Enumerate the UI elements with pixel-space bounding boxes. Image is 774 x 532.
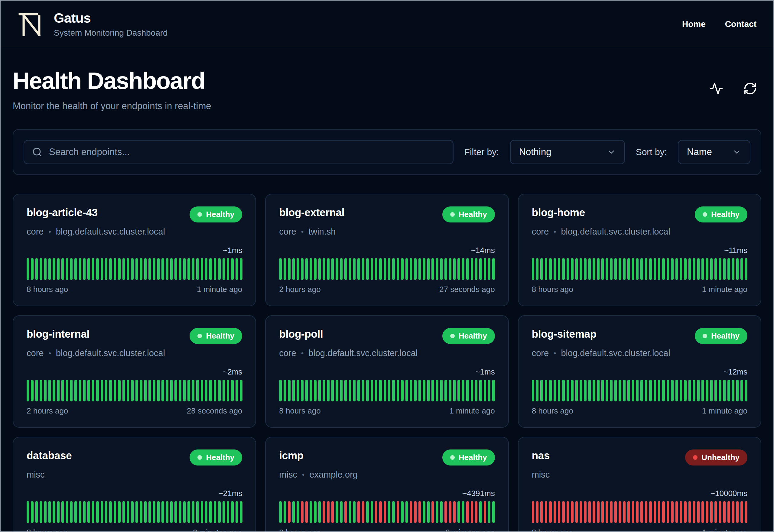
uptime-bar[interactable] (654, 258, 656, 280)
uptime-bar[interactable] (471, 380, 473, 401)
uptime-bar[interactable] (118, 258, 120, 280)
uptime-bar[interactable] (331, 258, 334, 280)
uptime-bar[interactable] (397, 258, 399, 280)
uptime-bar[interactable] (597, 380, 600, 401)
uptime-bar[interactable] (466, 501, 469, 523)
uptime-bar[interactable] (680, 501, 682, 523)
uptime-bar[interactable] (588, 501, 591, 523)
uptime-bar[interactable] (575, 501, 578, 523)
uptime-bar[interactable] (606, 380, 608, 401)
refresh-icon[interactable] (743, 82, 757, 96)
uptime-bar[interactable] (545, 380, 547, 401)
uptime-bar[interactable] (649, 501, 652, 523)
uptime-bar[interactable] (471, 501, 473, 523)
uptime-bar[interactable] (554, 258, 556, 280)
endpoint-card[interactable]: nas Unhealthy misc ~10000ms 8 hours ago … (518, 437, 761, 531)
uptime-bar[interactable] (405, 258, 408, 280)
uptime-bar[interactable] (74, 380, 77, 401)
endpoint-card[interactable]: blog-home Healthy core • blog.default.sv… (518, 194, 761, 306)
uptime-bar[interactable] (209, 380, 212, 401)
uptime-bar[interactable] (571, 501, 573, 523)
uptime-bar[interactable] (161, 258, 164, 280)
uptime-bar[interactable] (401, 380, 403, 401)
uptime-bar[interactable] (92, 258, 94, 280)
uptime-bar[interactable] (449, 258, 451, 280)
uptime-bar[interactable] (662, 258, 665, 280)
uptime-bar[interactable] (584, 380, 586, 401)
uptime-bar[interactable] (710, 501, 713, 523)
uptime-bar[interactable] (710, 258, 713, 280)
uptime-bar[interactable] (492, 380, 495, 401)
activity-icon[interactable] (709, 82, 723, 96)
uptime-bar[interactable] (627, 380, 630, 401)
uptime-bar[interactable] (227, 501, 229, 523)
uptime-bar[interactable] (157, 258, 160, 280)
uptime-bar[interactable] (161, 501, 164, 523)
endpoint-card[interactable]: icmp Healthy misc • example.org ~4391ms … (265, 437, 509, 531)
uptime-bar[interactable] (427, 258, 430, 280)
uptime-bar[interactable] (719, 380, 721, 401)
uptime-bar[interactable] (179, 380, 181, 401)
uptime-bar[interactable] (161, 380, 164, 401)
uptime-bar[interactable] (70, 380, 73, 401)
uptime-bar[interactable] (31, 258, 33, 280)
uptime-bar[interactable] (697, 258, 700, 280)
uptime-bar[interactable] (131, 380, 133, 401)
uptime-bar[interactable] (279, 380, 281, 401)
uptime-bar[interactable] (83, 380, 86, 401)
uptime-bar[interactable] (170, 380, 173, 401)
uptime-bar[interactable] (658, 258, 660, 280)
uptime-bar[interactable] (567, 501, 569, 523)
uptime-bar[interactable] (366, 380, 369, 401)
uptime-bar[interactable] (166, 258, 168, 280)
uptime-bar[interactable] (614, 501, 617, 523)
uptime-bar[interactable] (61, 380, 64, 401)
uptime-bar[interactable] (170, 258, 173, 280)
uptime-bar[interactable] (96, 258, 99, 280)
uptime-bar[interactable] (240, 501, 242, 523)
uptime-bar[interactable] (453, 501, 456, 523)
uptime-bar[interactable] (135, 380, 138, 401)
uptime-bar[interactable] (192, 501, 194, 523)
uptime-bar[interactable] (701, 501, 704, 523)
uptime-bar[interactable] (423, 258, 425, 280)
uptime-bar[interactable] (170, 501, 173, 523)
uptime-bar[interactable] (549, 501, 551, 523)
uptime-bar[interactable] (671, 258, 673, 280)
uptime-bar[interactable] (318, 380, 321, 401)
uptime-bar[interactable] (127, 501, 129, 523)
uptime-bar[interactable] (562, 501, 564, 523)
uptime-bar[interactable] (214, 380, 216, 401)
uptime-bar[interactable] (575, 380, 578, 401)
uptime-bar[interactable] (562, 380, 564, 401)
uptime-bar[interactable] (192, 380, 194, 401)
uptime-bar[interactable] (388, 258, 390, 280)
uptime-bar[interactable] (362, 258, 364, 280)
uptime-bar[interactable] (174, 501, 177, 523)
uptime-bar[interactable] (74, 501, 77, 523)
uptime-bar[interactable] (645, 501, 647, 523)
uptime-bar[interactable] (114, 380, 116, 401)
filter-dropdown[interactable]: Nothing (510, 140, 625, 164)
uptime-bar[interactable] (70, 258, 73, 280)
uptime-bar[interactable] (79, 380, 81, 401)
uptime-bar[interactable] (187, 380, 190, 401)
uptime-bar[interactable] (684, 258, 686, 280)
uptime-bar[interactable] (536, 258, 538, 280)
uptime-bar[interactable] (96, 501, 99, 523)
search-box[interactable] (24, 140, 454, 164)
uptime-bar[interactable] (575, 258, 578, 280)
uptime-bar[interactable] (79, 258, 81, 280)
uptime-bar[interactable] (279, 501, 281, 523)
uptime-bar[interactable] (614, 380, 617, 401)
uptime-bar[interactable] (492, 501, 495, 523)
uptime-bar[interactable] (475, 380, 477, 401)
uptime-bar[interactable] (714, 501, 717, 523)
uptime-bar[interactable] (701, 258, 704, 280)
endpoint-card[interactable]: blog-external Healthy core • twin.sh ~14… (265, 194, 509, 306)
uptime-bar[interactable] (240, 258, 242, 280)
uptime-bar[interactable] (714, 258, 717, 280)
uptime-bar[interactable] (105, 380, 107, 401)
uptime-bar[interactable] (588, 380, 591, 401)
uptime-bar[interactable] (471, 258, 473, 280)
